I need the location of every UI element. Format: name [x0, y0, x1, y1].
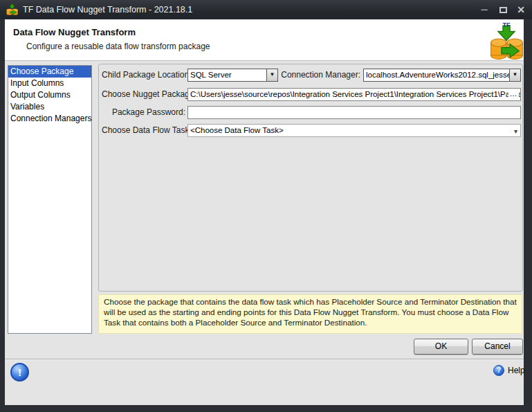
- nugget-package-label: Choose Nugget Package:: [102, 89, 185, 99]
- sidebar-item-connection-managers[interactable]: Connection Managers: [8, 113, 91, 125]
- chevron-down-icon[interactable]: ▼: [266, 69, 277, 81]
- package-password-label: Package Password:: [102, 107, 185, 117]
- browse-button[interactable]: …: [508, 89, 519, 100]
- window-title: TF Data Flow Nugget Transform - 2021.18.…: [23, 0, 192, 19]
- app-icon: [6, 3, 18, 15]
- child-package-location-value: SQL Server: [190, 71, 232, 79]
- titlebar: TF Data Flow Nugget Transform - 2021.18.…: [0, 0, 532, 19]
- app-window: TF Data Flow Nugget Transform - 2021.18.…: [0, 0, 532, 412]
- cancel-button[interactable]: Cancel: [472, 339, 523, 355]
- nugget-package-value: C:\Users\jesse\source\repos\Integration …: [190, 90, 521, 98]
- help-icon[interactable]: ?: [493, 365, 504, 376]
- sidebar-item-input-columns[interactable]: Input Columns: [8, 78, 91, 89]
- chevron-down-icon[interactable]: ▼: [509, 69, 520, 81]
- page-title: Data Flow Nugget Transform: [13, 27, 136, 37]
- ok-button[interactable]: OK: [414, 339, 468, 355]
- footer-divider-highlight: [5, 359, 524, 360]
- page-subtitle: Configure a reusable data flow transform…: [26, 42, 210, 51]
- connection-manager-value: localhost.AdventureWorks2012.sql_jesseS: [366, 71, 517, 79]
- dialog-header: Data Flow Nugget Transform Configure a r…: [5, 19, 524, 61]
- choose-package-panel: Child Package Location: SQL Server ▼ Con…: [98, 64, 523, 292]
- data-flow-task-select[interactable]: <Choose Data Flow Task> ▾: [187, 124, 521, 137]
- info-icon: !: [10, 363, 29, 382]
- close-button[interactable]: ✕: [513, 0, 529, 19]
- dialog-content: Data Flow Nugget Transform Configure a r…: [5, 19, 524, 405]
- maximize-button[interactable]: [495, 0, 511, 19]
- help-link[interactable]: Help: [508, 366, 525, 375]
- minimize-button[interactable]: ─: [476, 0, 493, 19]
- chevron-down-icon[interactable]: ▾: [514, 125, 517, 137]
- package-password-input[interactable]: [187, 106, 521, 119]
- settings-pages-list: Choose Package Input Columns Output Colu…: [8, 65, 92, 334]
- nugget-package-input[interactable]: C:\Users\jesse\source\repos\Integration …: [187, 88, 521, 101]
- child-package-location-label: Child Package Location:: [102, 70, 185, 80]
- svg-text:TF: TF: [502, 21, 511, 28]
- child-package-location-select[interactable]: SQL Server ▼: [187, 69, 278, 82]
- data-flow-task-value: <Choose Data Flow Task>: [190, 126, 284, 134]
- connection-manager-label: Connection Manager:: [280, 70, 360, 80]
- maximize-icon: [499, 7, 507, 13]
- sidebar-item-choose-package[interactable]: Choose Package: [8, 66, 91, 78]
- sidebar-item-variables[interactable]: Variables: [8, 101, 91, 113]
- connection-manager-select[interactable]: localhost.AdventureWorks2012.sql_jesseS …: [363, 69, 521, 82]
- sidebar-item-output-columns[interactable]: Output Columns: [8, 89, 91, 101]
- transform-icon: TF: [489, 21, 524, 60]
- description-box: Choose the package that contains the dat…: [98, 294, 522, 334]
- data-flow-task-label: Choose Data Flow Task:: [102, 125, 185, 135]
